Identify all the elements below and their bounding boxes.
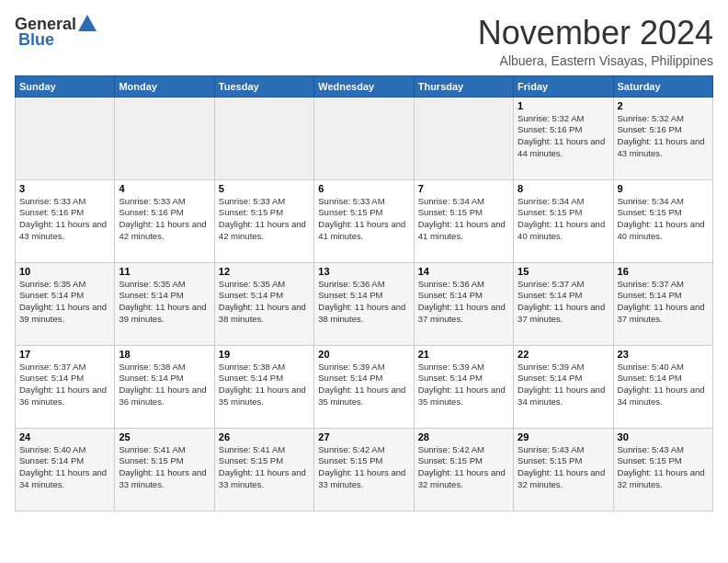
day-info: Sunrise: 5:39 AM Sunset: 5:14 PM Dayligh… [518, 362, 609, 408]
column-header-monday: Monday [115, 75, 214, 97]
day-info: Sunrise: 5:35 AM Sunset: 5:14 PM Dayligh… [219, 279, 310, 326]
day-info: Sunrise: 5:36 AM Sunset: 5:14 PM Dayligh… [418, 279, 509, 326]
day-number: 22 [518, 349, 609, 360]
calendar-cell: 22Sunrise: 5:39 AM Sunset: 5:14 PM Dayli… [514, 345, 613, 428]
day-info: Sunrise: 5:34 AM Sunset: 5:15 PM Dayligh… [518, 196, 609, 243]
calendar-week-row: 1Sunrise: 5:32 AM Sunset: 5:16 PM Daylig… [16, 97, 713, 179]
location: Albuera, Eastern Visayas, Philippines [478, 53, 713, 68]
calendar-week-row: 17Sunrise: 5:37 AM Sunset: 5:14 PM Dayli… [16, 345, 713, 428]
day-number: 19 [219, 349, 310, 360]
day-number: 20 [318, 349, 409, 360]
day-number: 5 [219, 183, 310, 194]
calendar-cell [115, 97, 214, 179]
calendar-header-row: SundayMondayTuesdayWednesdayThursdayFrid… [16, 75, 713, 97]
day-info: Sunrise: 5:34 AM Sunset: 5:15 PM Dayligh… [418, 196, 509, 243]
calendar-cell: 9Sunrise: 5:34 AM Sunset: 5:15 PM Daylig… [613, 179, 712, 262]
calendar-cell: 25Sunrise: 5:41 AM Sunset: 5:15 PM Dayli… [115, 428, 214, 511]
day-info: Sunrise: 5:37 AM Sunset: 5:14 PM Dayligh… [19, 362, 110, 408]
day-number: 16 [618, 266, 709, 277]
day-info: Sunrise: 5:33 AM Sunset: 5:16 PM Dayligh… [19, 196, 110, 243]
day-info: Sunrise: 5:42 AM Sunset: 5:15 PM Dayligh… [318, 444, 409, 491]
calendar-cell [314, 97, 414, 179]
calendar-cell [414, 97, 513, 179]
calendar-cell: 20Sunrise: 5:39 AM Sunset: 5:14 PM Dayli… [314, 345, 414, 428]
day-info: Sunrise: 5:35 AM Sunset: 5:14 PM Dayligh… [19, 279, 110, 326]
calendar-cell [214, 97, 313, 179]
day-number: 4 [119, 183, 210, 194]
column-header-saturday: Saturday [613, 75, 712, 97]
day-info: Sunrise: 5:35 AM Sunset: 5:14 PM Dayligh… [119, 279, 210, 326]
calendar-cell: 10Sunrise: 5:35 AM Sunset: 5:14 PM Dayli… [16, 262, 115, 345]
calendar-cell: 13Sunrise: 5:36 AM Sunset: 5:14 PM Dayli… [314, 262, 414, 345]
day-info: Sunrise: 5:32 AM Sunset: 5:16 PM Dayligh… [618, 113, 709, 160]
day-number: 11 [119, 266, 210, 277]
calendar-cell: 4Sunrise: 5:33 AM Sunset: 5:16 PM Daylig… [115, 179, 214, 262]
column-header-tuesday: Tuesday [214, 75, 313, 97]
day-info: Sunrise: 5:33 AM Sunset: 5:15 PM Dayligh… [318, 196, 409, 243]
calendar-cell: 16Sunrise: 5:37 AM Sunset: 5:14 PM Dayli… [613, 262, 712, 345]
day-info: Sunrise: 5:40 AM Sunset: 5:14 PM Dayligh… [19, 444, 110, 491]
day-number: 15 [518, 266, 609, 277]
calendar-cell: 17Sunrise: 5:37 AM Sunset: 5:14 PM Dayli… [16, 345, 115, 428]
calendar-cell: 3Sunrise: 5:33 AM Sunset: 5:16 PM Daylig… [16, 179, 115, 262]
column-header-thursday: Thursday [414, 75, 513, 97]
day-number: 26 [219, 431, 310, 442]
day-number: 2 [618, 100, 709, 111]
calendar-cell: 26Sunrise: 5:41 AM Sunset: 5:15 PM Dayli… [214, 428, 313, 511]
day-info: Sunrise: 5:32 AM Sunset: 5:16 PM Dayligh… [518, 113, 609, 160]
calendar-week-row: 10Sunrise: 5:35 AM Sunset: 5:14 PM Dayli… [16, 262, 713, 345]
day-info: Sunrise: 5:37 AM Sunset: 5:14 PM Dayligh… [518, 279, 609, 326]
day-number: 25 [119, 431, 210, 442]
day-info: Sunrise: 5:39 AM Sunset: 5:14 PM Dayligh… [318, 362, 409, 408]
calendar-cell: 15Sunrise: 5:37 AM Sunset: 5:14 PM Dayli… [514, 262, 613, 345]
calendar-cell: 18Sunrise: 5:38 AM Sunset: 5:14 PM Dayli… [115, 345, 214, 428]
day-number: 8 [518, 183, 609, 194]
calendar-cell: 7Sunrise: 5:34 AM Sunset: 5:15 PM Daylig… [414, 179, 513, 262]
day-info: Sunrise: 5:39 AM Sunset: 5:14 PM Dayligh… [418, 362, 509, 408]
day-number: 3 [19, 183, 110, 194]
column-header-sunday: Sunday [16, 75, 115, 97]
day-number: 14 [418, 266, 509, 277]
day-info: Sunrise: 5:40 AM Sunset: 5:14 PM Dayligh… [618, 362, 709, 408]
calendar-cell: 1Sunrise: 5:32 AM Sunset: 5:16 PM Daylig… [514, 97, 613, 179]
calendar-cell: 5Sunrise: 5:33 AM Sunset: 5:15 PM Daylig… [214, 179, 313, 262]
month-title: November 2024 [478, 15, 713, 52]
title-block: November 2024 Albuera, Eastern Visayas, … [478, 15, 713, 68]
day-number: 17 [19, 349, 110, 360]
calendar-cell: 27Sunrise: 5:42 AM Sunset: 5:15 PM Dayli… [314, 428, 414, 511]
day-number: 6 [318, 183, 409, 194]
day-info: Sunrise: 5:43 AM Sunset: 5:15 PM Dayligh… [518, 444, 609, 491]
calendar-cell: 2Sunrise: 5:32 AM Sunset: 5:16 PM Daylig… [613, 97, 712, 179]
calendar-cell: 24Sunrise: 5:40 AM Sunset: 5:14 PM Dayli… [16, 428, 115, 511]
day-number: 12 [219, 266, 310, 277]
logo-blue: Blue [18, 30, 54, 50]
calendar-cell: 14Sunrise: 5:36 AM Sunset: 5:14 PM Dayli… [414, 262, 513, 345]
calendar-cell: 6Sunrise: 5:33 AM Sunset: 5:15 PM Daylig… [314, 179, 414, 262]
day-info: Sunrise: 5:33 AM Sunset: 5:15 PM Dayligh… [219, 196, 310, 243]
day-number: 9 [618, 183, 709, 194]
calendar-cell [16, 97, 115, 179]
day-number: 24 [19, 431, 110, 442]
calendar-cell: 23Sunrise: 5:40 AM Sunset: 5:14 PM Dayli… [613, 345, 712, 428]
day-number: 13 [318, 266, 409, 277]
calendar-cell: 28Sunrise: 5:42 AM Sunset: 5:15 PM Dayli… [414, 428, 513, 511]
day-number: 21 [418, 349, 509, 360]
day-info: Sunrise: 5:33 AM Sunset: 5:16 PM Dayligh… [119, 196, 210, 243]
day-info: Sunrise: 5:38 AM Sunset: 5:14 PM Dayligh… [119, 362, 210, 408]
calendar-cell: 8Sunrise: 5:34 AM Sunset: 5:15 PM Daylig… [514, 179, 613, 262]
day-info: Sunrise: 5:41 AM Sunset: 5:15 PM Dayligh… [219, 444, 310, 491]
calendar-week-row: 24Sunrise: 5:40 AM Sunset: 5:14 PM Dayli… [16, 428, 713, 511]
day-number: 29 [518, 431, 609, 442]
day-info: Sunrise: 5:42 AM Sunset: 5:15 PM Dayligh… [418, 444, 509, 491]
calendar-cell: 29Sunrise: 5:43 AM Sunset: 5:15 PM Dayli… [514, 428, 613, 511]
day-info: Sunrise: 5:36 AM Sunset: 5:14 PM Dayligh… [318, 279, 409, 326]
day-info: Sunrise: 5:34 AM Sunset: 5:15 PM Dayligh… [618, 196, 709, 243]
day-number: 27 [318, 431, 409, 442]
calendar-cell: 12Sunrise: 5:35 AM Sunset: 5:14 PM Dayli… [214, 262, 313, 345]
calendar-week-row: 3Sunrise: 5:33 AM Sunset: 5:16 PM Daylig… [16, 179, 713, 262]
logo-triangle-icon [78, 15, 97, 31]
day-number: 18 [119, 349, 210, 360]
calendar-cell: 30Sunrise: 5:43 AM Sunset: 5:15 PM Dayli… [613, 428, 712, 511]
day-number: 30 [618, 431, 709, 442]
column-header-wednesday: Wednesday [314, 75, 414, 97]
